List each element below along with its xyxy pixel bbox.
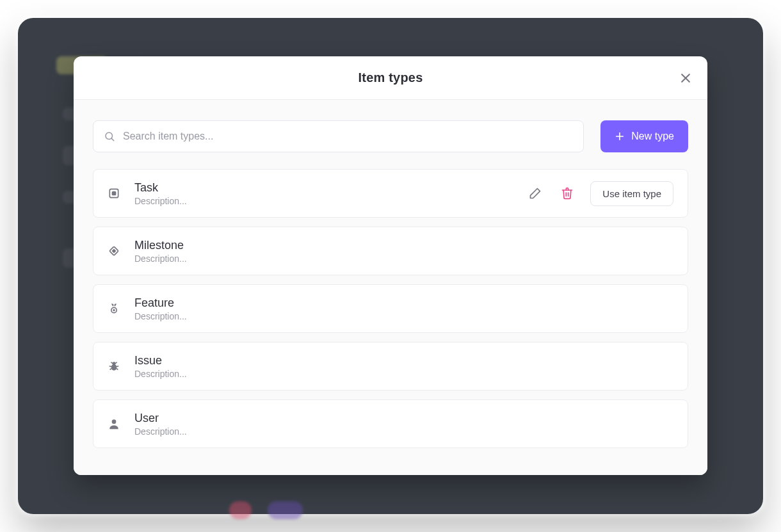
- modal-title: Item types: [358, 70, 423, 85]
- item-type-description: Description...: [134, 196, 512, 206]
- trash-icon: [561, 187, 574, 200]
- svg-rect-7: [113, 192, 116, 195]
- modal-body: New type TaskDescription... Use item typ…: [74, 100, 707, 475]
- item-type-name: Issue: [134, 354, 673, 367]
- close-button[interactable]: [675, 68, 696, 88]
- square-icon: [108, 187, 120, 200]
- svg-line-18: [110, 368, 112, 369]
- new-type-button[interactable]: New type: [600, 120, 688, 152]
- item-type-text: IssueDescription...: [134, 354, 673, 379]
- item-type-description: Description...: [134, 369, 673, 379]
- item-type-text: FeatureDescription...: [134, 296, 673, 321]
- item-type-row[interactable]: TaskDescription... Use item type: [93, 169, 688, 218]
- new-type-label: New type: [631, 131, 674, 142]
- item-type-row[interactable]: UserDescription...: [93, 399, 688, 448]
- svg-line-19: [116, 368, 118, 369]
- use-item-type-button[interactable]: Use item type: [590, 181, 673, 206]
- modal-header: Item types: [74, 56, 707, 100]
- item-type-text: MilestoneDescription...: [134, 239, 673, 264]
- item-type-text: TaskDescription...: [134, 181, 512, 206]
- item-type-description: Description...: [134, 426, 673, 437]
- close-icon: [679, 72, 692, 85]
- item-type-row[interactable]: FeatureDescription...: [93, 284, 688, 333]
- item-types-modal: Item types New type: [74, 56, 707, 475]
- plus-icon: [615, 131, 625, 141]
- svg-line-16: [109, 366, 111, 367]
- item-type-name: User: [134, 412, 673, 425]
- search-field[interactable]: [93, 120, 584, 152]
- delete-button[interactable]: [558, 184, 576, 202]
- item-type-description: Description...: [134, 311, 673, 321]
- item-type-text: UserDescription...: [134, 412, 673, 437]
- row-actions: Use item type: [526, 181, 673, 206]
- diamond-icon: [108, 245, 120, 257]
- medal-icon: [108, 302, 120, 315]
- svg-rect-11: [113, 250, 116, 253]
- item-type-name: Milestone: [134, 239, 673, 252]
- user-icon: [108, 417, 120, 430]
- item-type-row[interactable]: IssueDescription...: [93, 342, 688, 391]
- svg-line-3: [111, 138, 113, 140]
- item-type-row[interactable]: MilestoneDescription...: [93, 227, 688, 275]
- item-type-name: Feature: [134, 296, 673, 310]
- edit-button[interactable]: [526, 184, 544, 202]
- bug-icon: [108, 360, 120, 373]
- svg-point-22: [112, 419, 117, 424]
- svg-point-13: [113, 309, 115, 311]
- item-type-description: Description...: [134, 254, 673, 264]
- pencil-icon: [529, 187, 542, 200]
- item-type-name: Task: [134, 181, 512, 195]
- toolbar: New type: [93, 120, 688, 152]
- svg-line-17: [116, 366, 118, 367]
- item-type-list: TaskDescription... Use item type Milesto…: [93, 169, 688, 448]
- search-input[interactable]: [123, 131, 573, 142]
- search-icon: [104, 131, 115, 142]
